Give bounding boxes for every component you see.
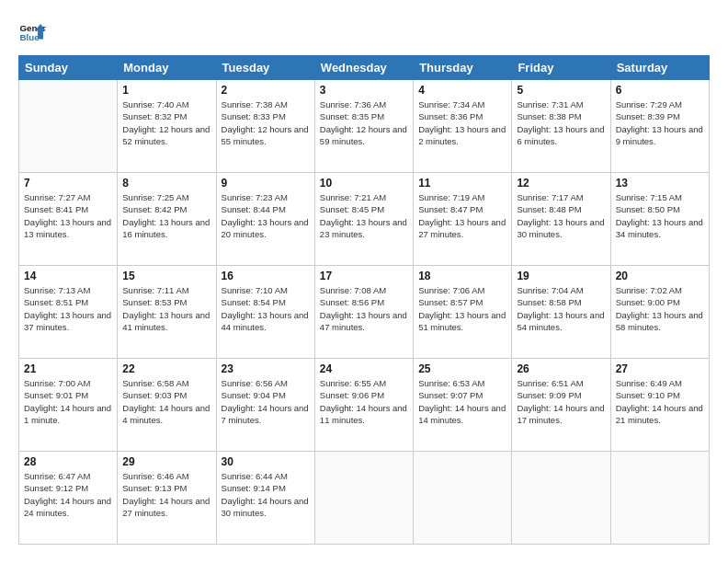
day-cell: 13Sunrise: 7:15 AM Sunset: 8:50 PM Dayli… [610,173,709,266]
day-content: Sunrise: 6:47 AM Sunset: 9:12 PM Dayligh… [24,470,112,519]
day-number: 18 [418,270,506,282]
day-content: Sunrise: 7:27 AM Sunset: 8:41 PM Dayligh… [24,191,112,240]
day-content: Sunrise: 7:11 AM Sunset: 8:53 PM Dayligh… [122,284,210,333]
day-number: 7 [24,177,112,190]
day-cell: 14Sunrise: 7:13 AM Sunset: 8:51 PM Dayli… [19,266,118,359]
day-number: 26 [517,362,605,375]
day-cell: 22Sunrise: 6:58 AM Sunset: 9:03 PM Dayli… [118,359,216,452]
calendar-table: SundayMondayTuesdayWednesdayThursdayFrid… [18,55,710,545]
day-cell: 30Sunrise: 6:44 AM Sunset: 9:14 PM Dayli… [216,452,314,545]
day-number: 8 [122,177,210,190]
day-number: 29 [122,455,210,468]
day-number: 2 [222,84,310,97]
day-cell: 7Sunrise: 7:27 AM Sunset: 8:41 PM Daylig… [19,173,118,266]
day-content: Sunrise: 7:21 AM Sunset: 8:45 PM Dayligh… [320,191,408,240]
day-cell: 21Sunrise: 7:00 AM Sunset: 9:01 PM Dayli… [19,359,118,452]
day-number: 4 [418,84,506,97]
day-cell: 10Sunrise: 7:21 AM Sunset: 8:45 PM Dayli… [314,173,413,266]
day-number: 14 [24,270,112,282]
day-cell: 15Sunrise: 7:11 AM Sunset: 8:53 PM Dayli… [118,266,216,359]
svg-text:Blue: Blue [20,32,40,42]
day-content: Sunrise: 7:00 AM Sunset: 9:01 PM Dayligh… [24,377,112,426]
logo-icon: General Blue [18,18,46,46]
day-content: Sunrise: 7:17 AM Sunset: 8:48 PM Dayligh… [517,191,605,240]
day-cell [314,452,413,545]
day-cell: 18Sunrise: 7:06 AM Sunset: 8:57 PM Dayli… [414,266,512,359]
day-content: Sunrise: 7:40 AM Sunset: 8:32 PM Dayligh… [122,98,210,147]
day-cell: 17Sunrise: 7:08 AM Sunset: 8:56 PM Dayli… [314,266,413,359]
weekday-header-tuesday: Tuesday [216,56,314,80]
day-cell: 9Sunrise: 7:23 AM Sunset: 8:44 PM Daylig… [216,173,314,266]
day-content: Sunrise: 6:46 AM Sunset: 9:13 PM Dayligh… [122,470,210,519]
day-cell: 28Sunrise: 6:47 AM Sunset: 9:12 PM Dayli… [19,452,118,545]
day-cell: 2Sunrise: 7:38 AM Sunset: 8:33 PM Daylig… [216,80,314,173]
day-number: 21 [24,362,112,375]
day-number: 22 [122,362,210,375]
weekday-header-saturday: Saturday [610,56,709,80]
day-content: Sunrise: 6:55 AM Sunset: 9:06 PM Dayligh… [320,377,408,426]
day-cell: 11Sunrise: 7:19 AM Sunset: 8:47 PM Dayli… [414,173,512,266]
day-content: Sunrise: 7:31 AM Sunset: 8:38 PM Dayligh… [517,98,605,147]
day-cell [19,80,118,173]
day-number: 5 [517,84,605,97]
day-content: Sunrise: 6:53 AM Sunset: 9:07 PM Dayligh… [418,377,506,426]
day-content: Sunrise: 6:58 AM Sunset: 9:03 PM Dayligh… [122,377,210,426]
day-number: 23 [222,362,310,375]
day-cell: 29Sunrise: 6:46 AM Sunset: 9:13 PM Dayli… [118,452,216,545]
day-number: 3 [320,84,408,97]
day-cell: 20Sunrise: 7:02 AM Sunset: 9:00 PM Dayli… [610,266,709,359]
day-content: Sunrise: 7:10 AM Sunset: 8:54 PM Dayligh… [222,284,310,333]
day-content: Sunrise: 6:51 AM Sunset: 9:09 PM Dayligh… [517,377,605,426]
week-row-4: 28Sunrise: 6:47 AM Sunset: 9:12 PM Dayli… [19,452,710,545]
day-number: 19 [517,270,605,282]
day-content: Sunrise: 7:02 AM Sunset: 9:00 PM Dayligh… [616,284,704,333]
day-cell: 25Sunrise: 6:53 AM Sunset: 9:07 PM Dayli… [414,359,512,452]
week-row-0: 1Sunrise: 7:40 AM Sunset: 8:32 PM Daylig… [19,80,710,173]
day-cell: 8Sunrise: 7:25 AM Sunset: 8:42 PM Daylig… [118,173,216,266]
day-content: Sunrise: 7:23 AM Sunset: 8:44 PM Dayligh… [222,191,310,240]
day-content: Sunrise: 7:38 AM Sunset: 8:33 PM Dayligh… [222,98,310,147]
day-cell [414,452,512,545]
day-cell: 6Sunrise: 7:29 AM Sunset: 8:39 PM Daylig… [610,80,709,173]
header: General Blue [18,18,710,46]
logo: General Blue [18,18,46,46]
weekday-header-monday: Monday [118,56,216,80]
day-cell: 16Sunrise: 7:10 AM Sunset: 8:54 PM Dayli… [216,266,314,359]
day-number: 24 [320,362,408,375]
day-content: Sunrise: 7:29 AM Sunset: 8:39 PM Dayligh… [616,98,704,147]
day-cell: 26Sunrise: 6:51 AM Sunset: 9:09 PM Dayli… [512,359,610,452]
day-cell: 19Sunrise: 7:04 AM Sunset: 8:58 PM Dayli… [512,266,610,359]
day-cell: 3Sunrise: 7:36 AM Sunset: 8:35 PM Daylig… [314,80,413,173]
day-cell [610,452,709,545]
day-number: 27 [616,362,704,375]
day-cell: 23Sunrise: 6:56 AM Sunset: 9:04 PM Dayli… [216,359,314,452]
day-number: 13 [616,177,704,190]
page: General Blue SundayMondayTuesdayWednesda… [0,0,728,563]
weekday-header-friday: Friday [512,56,610,80]
day-number: 30 [222,455,310,468]
day-cell: 27Sunrise: 6:49 AM Sunset: 9:10 PM Dayli… [610,359,709,452]
day-content: Sunrise: 6:49 AM Sunset: 9:10 PM Dayligh… [616,377,704,426]
day-number: 10 [320,177,408,190]
day-content: Sunrise: 7:36 AM Sunset: 8:35 PM Dayligh… [320,98,408,147]
day-number: 9 [222,177,310,190]
day-cell [512,452,610,545]
day-content: Sunrise: 6:56 AM Sunset: 9:04 PM Dayligh… [222,377,310,426]
day-number: 15 [122,270,210,282]
day-content: Sunrise: 7:25 AM Sunset: 8:42 PM Dayligh… [122,191,210,240]
day-number: 6 [616,84,704,97]
weekday-header-sunday: Sunday [19,56,118,80]
day-content: Sunrise: 7:13 AM Sunset: 8:51 PM Dayligh… [24,284,112,333]
day-cell: 12Sunrise: 7:17 AM Sunset: 8:48 PM Dayli… [512,173,610,266]
day-content: Sunrise: 7:19 AM Sunset: 8:47 PM Dayligh… [418,191,506,240]
day-content: Sunrise: 7:15 AM Sunset: 8:50 PM Dayligh… [616,191,704,240]
day-content: Sunrise: 7:04 AM Sunset: 8:58 PM Dayligh… [517,284,605,333]
day-number: 20 [616,270,704,282]
day-number: 16 [222,270,310,282]
day-number: 11 [418,177,506,190]
week-row-1: 7Sunrise: 7:27 AM Sunset: 8:41 PM Daylig… [19,173,710,266]
week-row-2: 14Sunrise: 7:13 AM Sunset: 8:51 PM Dayli… [19,266,710,359]
day-number: 1 [122,84,210,97]
day-number: 12 [517,177,605,190]
day-content: Sunrise: 7:08 AM Sunset: 8:56 PM Dayligh… [320,284,408,333]
